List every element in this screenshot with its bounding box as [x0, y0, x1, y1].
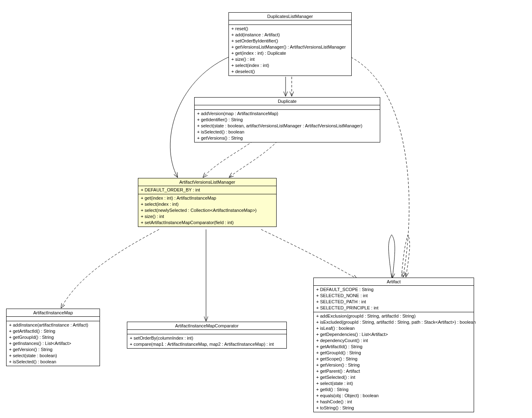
method: + getArtifactId() : String [9, 328, 97, 334]
class-methods: + setOrderBy(columnIndex : int) + compar… [127, 334, 286, 348]
method: + toString() : String [316, 405, 471, 411]
method: + addVersion(map : ArtifactInstanceMap) [197, 111, 377, 117]
attribute: + SELECTED_PRINCIPLE : int [316, 305, 471, 311]
class-attributes [229, 20, 351, 25]
class-name: ArtifactVersionsListManager [138, 178, 276, 186]
class-name: ArtifactInstanceMap [7, 309, 100, 317]
class-methods: + addExclusion(groupId : String, artifac… [314, 312, 474, 412]
method: + isLeaf() : boolean [316, 325, 471, 331]
method: + isSelected() : boolean [9, 359, 97, 365]
class-artifact-instance-map: ArtifactInstanceMap + addInstance(artifa… [6, 309, 100, 366]
method: + setArtifactInstanceMapComparator(field… [141, 220, 274, 226]
method: + isSelected() : boolean [197, 129, 377, 135]
attribute: + SELECTED_PATH : int [316, 299, 471, 305]
class-artifact: Artifact + DEFAULT_SCOPE : String + SELE… [313, 278, 474, 412]
class-name: ArtifactInstanceMapComparator [127, 322, 286, 330]
method: + getParent() : Artifact [316, 368, 471, 374]
class-name: Artifact [314, 278, 474, 286]
method: + setOrderBy(columnIndex : int) [130, 335, 284, 341]
method: + select(index : int) [141, 201, 274, 207]
method: + size() : int [231, 56, 349, 62]
method: + select(newlySelected : Collection<Arti… [141, 207, 274, 213]
class-attributes [127, 330, 286, 334]
method: + add(instance : Artifact) [231, 32, 349, 38]
method: + isExcluded(groupId : String, artifactI… [316, 319, 471, 325]
class-attributes: + DEFAULT_SCOPE : String + SELECTED_NONE… [314, 286, 474, 312]
class-artifact-instance-map-comparator: ArtifactInstanceMapComparator + setOrder… [127, 322, 287, 349]
class-name: Duplicate [195, 98, 380, 105]
method: + getGroupId() : String [316, 350, 471, 356]
class-name: DuplicatesListManager [229, 13, 351, 20]
method: + hashCode() : int [316, 399, 471, 405]
method: + addExclusion(groupId : String, artifac… [316, 313, 471, 319]
method: + setOrderByIdentifier() [231, 38, 349, 44]
method: + getDependencies() : List<Artifact> [316, 331, 471, 338]
method: + getGroupId() : String [9, 334, 97, 340]
class-duplicates-list-manager: DuplicatesListManager + reset() + add(in… [228, 12, 352, 76]
method: + select(index : int) [231, 62, 349, 69]
method: + getScope() : String [316, 356, 471, 362]
class-methods: + get(index : int) : ArtifactInstanceMap… [138, 194, 276, 227]
method: + select(state : boolean, artifactVersio… [197, 123, 377, 129]
class-methods: + addInstance(artifactInstance : Artifac… [7, 321, 100, 366]
method: + select(state : int) [316, 380, 471, 387]
method: + getInstances() : List<Artifact> [9, 340, 97, 347]
method: + reset() [231, 26, 349, 32]
class-duplicate: Duplicate + addVersion(map : ArtifactIns… [194, 97, 380, 142]
attribute: + SELECTED_NONE : int [316, 293, 471, 299]
class-artifact-versions-list-manager: ArtifactVersionsListManager + DEFAULT_OR… [138, 178, 277, 227]
class-attributes: + DEFAULT_ORDER_BY : int [138, 186, 276, 194]
method: + getId() : String [316, 387, 471, 393]
class-attributes [195, 105, 380, 110]
method: + size() : int [141, 213, 274, 220]
method: + dependencyCount() : int [316, 338, 471, 344]
method: + compare(map1 : ArtifactInstanceMap, ma… [130, 341, 284, 347]
method: + get(index : int) : Duplicate [231, 50, 349, 56]
method: + equals(obj : Object) : boolean [316, 393, 471, 399]
class-methods: + reset() + add(instance : Artifact) + s… [229, 25, 351, 76]
method: + getVersions() : String [197, 135, 377, 141]
method: + addInstance(artifactInstance : Artifac… [9, 322, 97, 328]
method: + select(state : boolean) [9, 353, 97, 359]
method: + getSelected() : int [316, 374, 471, 380]
attribute: + DEFAULT_SCOPE : String [316, 287, 471, 293]
class-methods: + addVersion(map : ArtifactInstanceMap) … [195, 110, 380, 142]
method: + get(index : int) : ArtifactInstanceMap [141, 195, 274, 201]
method: + getArtifactId() : String [316, 344, 471, 350]
method: + getVersion() : String [9, 347, 97, 353]
attribute: + DEFAULT_ORDER_BY : int [141, 187, 274, 193]
method: + getVersionsListManager() : ArtifactVer… [231, 44, 349, 50]
method: + getVersion() : String [316, 362, 471, 368]
method: + deselect() [231, 69, 349, 75]
class-attributes [7, 317, 100, 321]
method: + getIdentifier() : String [197, 117, 377, 123]
